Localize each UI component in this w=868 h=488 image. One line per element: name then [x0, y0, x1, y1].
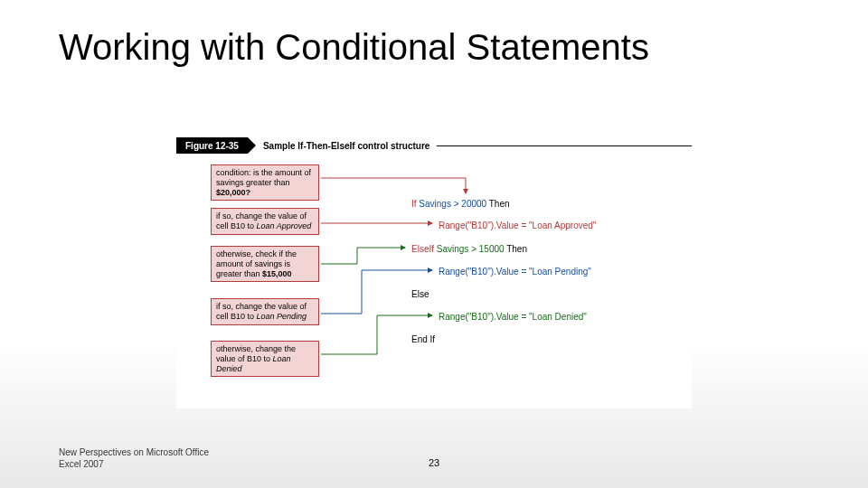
callout-loan-approved: if so, change the value of cell B10 to L… — [211, 208, 319, 235]
callout-condition-20000: condition: is the amount of savings grea… — [211, 164, 319, 201]
cond-1: Savings > 20000 — [419, 199, 486, 209]
footer-line-1: New Perspectives on Microsoft Office — [59, 446, 209, 458]
figure-number-label: Figure 12-35 — [176, 137, 248, 154]
callout-italic: Loan Approved — [257, 221, 312, 230]
figure-header-bar: Figure 12-35 Sample If-Then-ElseIf contr… — [176, 137, 692, 154]
code-line-if: If Savings > 20000 Then — [411, 199, 510, 209]
callout-loan-pending: if so, change the value of cell B10 to L… — [211, 298, 319, 325]
callout-bold: $15,000 — [262, 269, 292, 278]
code-line-approved-assign: Range("B10").Value = "Loan Approved" — [439, 221, 596, 230]
cond-2: Savings > 15000 — [437, 244, 505, 254]
callout-italic: Loan Pending — [257, 312, 307, 321]
page-number: 23 — [429, 457, 439, 468]
callout-text: condition: is the amount of savings grea… — [216, 168, 311, 187]
code-line-elseif: ElseIf Savings > 15000 Then — [411, 244, 527, 254]
footer-line-2: Excel 2007 — [59, 458, 209, 470]
kw-then: Then — [486, 199, 509, 209]
callout-bold: $20,000? — [216, 188, 250, 197]
kw-elseif: ElseIf — [411, 244, 437, 254]
callout-loan-denied: otherwise, change the value of B10 to Lo… — [211, 341, 319, 377]
footer-source: New Perspectives on Microsoft Office Exc… — [59, 446, 209, 470]
code-line-endif: End If — [411, 334, 435, 344]
code-line-pending-assign: Range("B10").Value = "Loan Pending" — [439, 267, 591, 277]
triangle-icon — [248, 137, 256, 154]
figure-rule — [437, 145, 692, 146]
figure-container: Figure 12-35 Sample If-Then-ElseIf contr… — [176, 137, 692, 408]
figure-caption: Sample If-Then-ElseIf control structure — [263, 141, 429, 151]
kw-then: Then — [505, 244, 527, 254]
code-line-denied-assign: Range("B10").Value = "Loan Denied" — [439, 312, 587, 322]
slide-title: Working with Conditional Statements — [59, 27, 649, 68]
code-line-else: Else — [411, 289, 429, 299]
callout-condition-15000: otherwise, check if the amount of saving… — [211, 246, 319, 282]
